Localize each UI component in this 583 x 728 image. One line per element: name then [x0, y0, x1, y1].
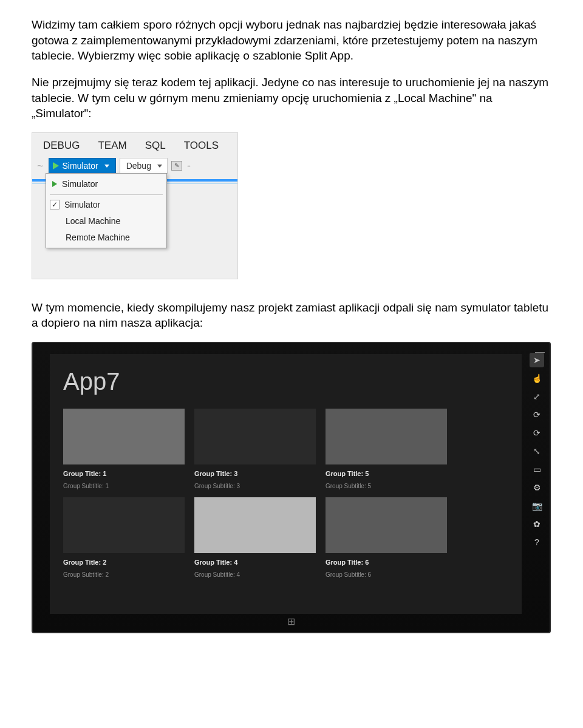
tile-image	[194, 409, 316, 464]
vs-toolbar-figure: DEBUG TEAM SQL TOOLS ~ Simulator Debug ✎…	[32, 132, 238, 279]
simulator-figure: — App7 Group Title: 1 Group Subtitle: 1 …	[32, 342, 551, 633]
dropdown-item-simulator[interactable]: ✓ Simulator	[46, 197, 166, 213]
dropdown-item-local-machine[interactable]: Local Machine	[46, 213, 166, 230]
screenshot-icon[interactable]: 📷	[530, 498, 544, 513]
dropdown-item-label: Remote Machine	[66, 232, 130, 243]
dropdown-item-label: Local Machine	[66, 216, 120, 227]
rotate-cw-icon[interactable]: ⟳	[530, 407, 544, 422]
tile-subtitle: Group Subtitle: 3	[194, 482, 316, 491]
touch-icon[interactable]: ☝	[530, 371, 544, 386]
play-icon	[52, 181, 57, 187]
tile-subtitle: Group Subtitle: 6	[326, 571, 447, 579]
menu-tools[interactable]: TOOLS	[184, 139, 219, 153]
tile[interactable]: Group Title: 3 Group Subtitle: 3	[194, 409, 316, 490]
tablet-simulator: — App7 Group Title: 1 Group Subtitle: 1 …	[32, 342, 551, 633]
run-button-label: Simulator	[63, 160, 98, 172]
app-title: App7	[63, 365, 508, 398]
pinch-icon[interactable]: ⤢	[530, 389, 544, 404]
tile-subtitle: Group Subtitle: 1	[63, 482, 185, 491]
location-icon[interactable]: ⚙	[530, 480, 544, 495]
run-target-dropdown: Simulator ✓ Simulator Local Machine Remo…	[46, 173, 167, 249]
windows-home-icon[interactable]: ⊞	[287, 615, 295, 628]
dropdown-header-label: Simulator	[62, 179, 98, 190]
paragraph-2: Nie przejmujmy się teraz kodem tej aplik…	[32, 75, 551, 121]
tile-title: Group Title: 1	[63, 469, 185, 478]
paragraph-3: W tym momencie, kiedy skompilujemy nasz …	[32, 300, 551, 331]
tile-title: Group Title: 2	[63, 558, 185, 567]
chevron-down-icon	[157, 165, 162, 168]
dropdown-item-label: Simulator	[64, 199, 100, 211]
menu-sql[interactable]: SQL	[145, 139, 166, 153]
tile-image	[326, 497, 447, 553]
display-icon[interactable]: ▭	[530, 462, 544, 477]
dropdown-header[interactable]: Simulator	[46, 176, 166, 192]
tile-row: Group Title: 2 Group Subtitle: 2 Group T…	[63, 497, 508, 579]
tile-title: Group Title: 5	[326, 469, 447, 478]
simulator-sidebar: ➤ ☝ ⤢ ⟳ ⟳ ⤡ ▭ ⚙ 📷 ✿ ?	[528, 353, 546, 549]
tile-row: Group Title: 1 Group Subtitle: 1 Group T…	[63, 409, 508, 490]
tile[interactable]: Group Title: 6 Group Subtitle: 6	[326, 497, 447, 579]
tile-title: Group Title: 6	[326, 558, 447, 567]
tile-image	[326, 409, 447, 464]
divider	[50, 194, 163, 195]
toolbar-separator: ~	[36, 158, 45, 173]
tile[interactable]: Group Title: 2 Group Subtitle: 2	[63, 497, 185, 579]
check-icon: ✓	[50, 200, 60, 209]
tile-subtitle: Group Subtitle: 2	[63, 571, 185, 579]
toolbar-tool-icon[interactable]: ✎	[171, 161, 182, 171]
tile-image	[194, 497, 316, 553]
help-icon[interactable]: ?	[530, 535, 544, 549]
paragraph-1: Widzimy tam całkiem sporo różnych opcji …	[32, 17, 551, 64]
dropdown-item-remote-machine[interactable]: Remote Machine	[46, 230, 166, 246]
menu-debug[interactable]: DEBUG	[43, 139, 80, 153]
menu-team[interactable]: TEAM	[98, 139, 126, 153]
spacer	[50, 233, 61, 242]
tile-subtitle: Group Subtitle: 5	[326, 482, 447, 491]
menubar: DEBUG TEAM SQL TOOLS	[32, 133, 237, 158]
resolution-icon[interactable]: ⤡	[530, 444, 544, 458]
tile[interactable]: Group Title: 4 Group Subtitle: 4	[194, 497, 316, 579]
spacer	[50, 216, 61, 226]
tile-subtitle: Group Subtitle: 4	[194, 571, 316, 579]
play-icon	[53, 162, 59, 169]
tile-title: Group Title: 4	[194, 558, 316, 567]
tile[interactable]: Group Title: 1 Group Subtitle: 1	[63, 409, 185, 490]
settings-icon[interactable]: ✿	[530, 517, 544, 531]
run-button[interactable]: Simulator	[49, 158, 116, 174]
tile-grid: Group Title: 1 Group Subtitle: 1 Group T…	[63, 409, 508, 579]
simulator-screen: App7 Group Title: 1 Group Subtitle: 1 Gr…	[50, 354, 522, 614]
tile-image	[63, 409, 185, 464]
tile[interactable]: Group Title: 5 Group Subtitle: 5	[326, 409, 447, 490]
toolbar-separator-2: -	[186, 158, 192, 173]
config-dropdown[interactable]: Debug	[120, 158, 168, 174]
pointer-icon[interactable]: ➤	[530, 353, 544, 367]
tile-title: Group Title: 3	[194, 469, 316, 478]
rotate-ccw-icon[interactable]: ⟳	[530, 426, 544, 440]
chevron-down-icon	[104, 165, 109, 168]
tile-image	[63, 497, 185, 553]
config-label: Debug	[126, 160, 151, 172]
